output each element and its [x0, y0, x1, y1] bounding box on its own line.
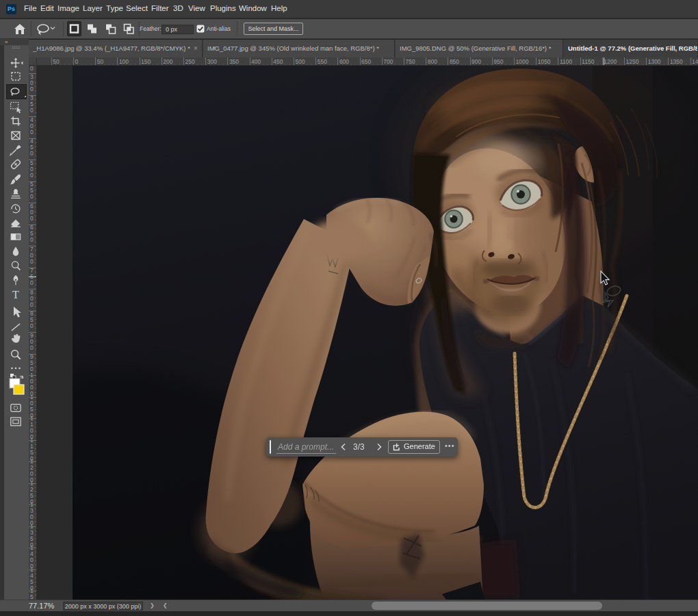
svg-text:T: T	[12, 289, 19, 300]
